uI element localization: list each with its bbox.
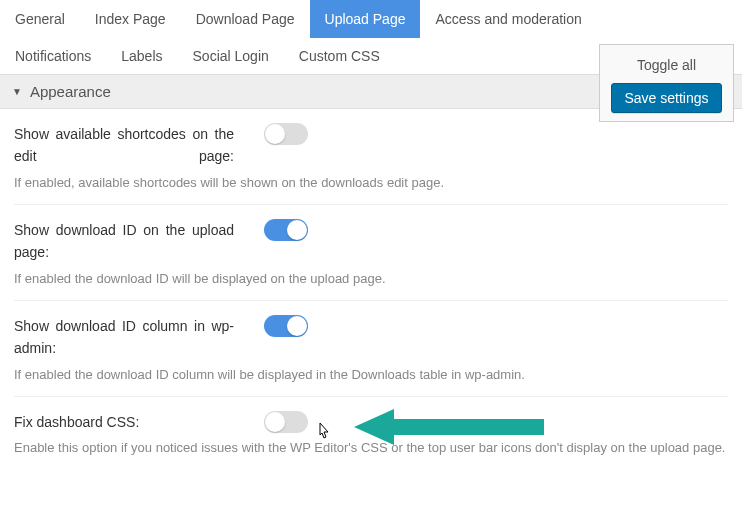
setting-row-show-download-id-column: Show download ID column in wp-admin:If e… bbox=[14, 301, 728, 397]
setting-label: Show available shortcodes on the edit pa… bbox=[14, 123, 244, 168]
toggle-show-shortcodes[interactable] bbox=[264, 123, 308, 145]
tab-notifications[interactable]: Notifications bbox=[0, 37, 106, 75]
settings-tabs: GeneralIndex PageDownload PageUpload Pag… bbox=[0, 0, 742, 75]
tab-general[interactable]: General bbox=[0, 0, 80, 38]
settings-list: Show available shortcodes on the edit pa… bbox=[0, 109, 742, 469]
setting-label: Fix dashboard CSS: bbox=[14, 411, 244, 433]
setting-description: If enabled the download ID column will b… bbox=[14, 366, 728, 384]
save-panel: Toggle all Save settings bbox=[599, 44, 734, 122]
toggle-fix-dashboard-css[interactable] bbox=[264, 411, 308, 433]
section-title: Appearance bbox=[30, 83, 111, 100]
toggle-show-download-id-upload[interactable] bbox=[264, 219, 308, 241]
setting-label: Show download ID column in wp-admin: bbox=[14, 315, 244, 360]
tab-access-and-moderation[interactable]: Access and moderation bbox=[420, 0, 596, 38]
setting-description: If enabled, available shortcodes will be… bbox=[14, 174, 728, 192]
setting-label: Show download ID on the upload page: bbox=[14, 219, 244, 264]
toggle-all-link[interactable]: Toggle all bbox=[608, 53, 725, 83]
collapse-icon: ▼ bbox=[12, 86, 22, 97]
setting-row-show-shortcodes: Show available shortcodes on the edit pa… bbox=[14, 109, 728, 205]
tab-custom-css[interactable]: Custom CSS bbox=[284, 37, 395, 75]
save-settings-button[interactable]: Save settings bbox=[611, 83, 721, 113]
tab-upload-page[interactable]: Upload Page bbox=[310, 0, 421, 38]
tab-download-page[interactable]: Download Page bbox=[181, 0, 310, 38]
svg-marker-0 bbox=[354, 409, 544, 445]
tab-labels[interactable]: Labels bbox=[106, 37, 177, 75]
setting-row-show-download-id-upload: Show download ID on the upload page:If e… bbox=[14, 205, 728, 301]
annotation-arrow-icon bbox=[354, 405, 544, 452]
toggle-show-download-id-column[interactable] bbox=[264, 315, 308, 337]
setting-description: If enabled the download ID will be displ… bbox=[14, 270, 728, 288]
setting-row-fix-dashboard-css: Fix dashboard CSS:Enable this option if … bbox=[14, 397, 728, 470]
tab-social-login[interactable]: Social Login bbox=[178, 37, 284, 75]
tab-index-page[interactable]: Index Page bbox=[80, 0, 181, 38]
